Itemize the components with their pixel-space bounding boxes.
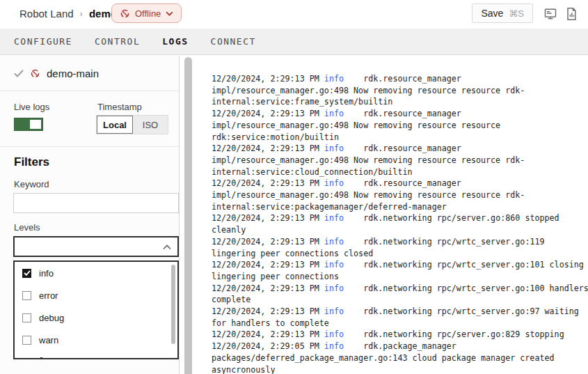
level-option-label: error [39, 290, 58, 301]
dropdown-scrollbar[interactable] [171, 265, 175, 344]
live-logs-label: Live logs [14, 102, 49, 112]
checkbox-debug[interactable] [22, 313, 31, 322]
log-timestamp: 12/20/2024, 2:29:13 PM [212, 329, 319, 339]
checkbox-info[interactable] [22, 269, 31, 278]
levels-select[interactable] [13, 236, 179, 257]
log-scrollbar[interactable] [184, 57, 192, 374]
log-level-link[interactable]: info [324, 237, 344, 247]
level-option-label: info [39, 268, 54, 279]
log-timestamp: 12/20/2024, 2:29:13 PM [212, 283, 319, 293]
offline-icon [120, 8, 130, 19]
tab-configure[interactable]: CONFIGURE [14, 36, 72, 47]
chevron-up-icon [163, 244, 171, 250]
log-timestamp: 12/20/2024, 2:29:13 PM [212, 213, 319, 223]
log-level-link[interactable]: info [324, 143, 344, 153]
timestamp-label: Timestamp [97, 102, 142, 112]
tab-logs[interactable]: LOGS [162, 36, 188, 47]
level-options-list: infoerrordebugwarn [15, 262, 177, 351]
file-chart-icon[interactable] [565, 7, 579, 21]
log-level-link[interactable]: info [324, 178, 344, 188]
log-timestamp: 12/20/2024, 2:29:13 PM [212, 74, 319, 84]
log-timestamp: 12/20/2024, 2:29:13 PM [212, 260, 319, 270]
save-button-label: Save [481, 8, 503, 19]
log-panel: 12/20/2024, 2:29:13 PM info rdk.resource… [212, 73, 588, 374]
status-label: Offline [135, 8, 161, 19]
level-option-debug[interactable]: debug [15, 306, 177, 329]
level-option-error[interactable]: error [15, 284, 177, 306]
sidebar: demo-main Live logs Timestamp LocalISO F… [0, 56, 180, 374]
timestamp-option-iso[interactable]: ISO [133, 116, 168, 134]
part-offline-icon [30, 68, 40, 79]
level-option-warn[interactable]: warn [15, 329, 177, 351]
log-entry: 12/20/2024, 2:29:13 PM info rdk.resource… [212, 143, 588, 178]
log-level-link[interactable]: info [324, 74, 344, 84]
log-entry: 12/20/2024, 2:29:13 PM info rdk.networki… [212, 329, 588, 341]
log-timestamp: 12/20/2024, 2:29:13 PM [212, 178, 319, 188]
log-timestamp: 12/20/2024, 2:29:13 PM [212, 109, 319, 118]
part-name: demo-main [47, 68, 99, 79]
log-entry: 12/20/2024, 2:29:13 PM info rdk.networki… [212, 259, 588, 282]
level-option-label: warn [39, 335, 58, 345]
level-option-info[interactable]: info [15, 262, 177, 284]
save-button[interactable]: Save ⌘S [472, 3, 533, 23]
partial-option [40, 357, 42, 359]
log-timestamp: 12/20/2024, 2:29:13 PM [212, 143, 319, 153]
sidebar-item-part[interactable]: demo-main [0, 56, 179, 91]
live-logs-toggle[interactable] [14, 118, 43, 131]
levels-dropdown-panel: infoerrordebugwarn [13, 260, 179, 359]
filters-title: Filters [14, 155, 49, 169]
log-entry: 12/20/2024, 2:29:13 PM info rdk.resource… [212, 178, 588, 212]
log-level-link[interactable]: info [324, 329, 344, 339]
log-level-link[interactable]: info [324, 213, 344, 223]
log-timestamp: 12/20/2024, 2:29:05 PM [212, 341, 319, 351]
log-entry: 12/20/2024, 2:29:05 PM info rdk.package_… [212, 341, 588, 374]
log-level-link[interactable]: info [324, 341, 344, 351]
checkbox-warn[interactable] [22, 336, 31, 345]
keyword-label: Keyword [14, 179, 49, 189]
log-timestamp: 12/20/2024, 2:29:13 PM [212, 306, 319, 316]
monitor-icon[interactable] [543, 7, 557, 21]
tab-control[interactable]: CONTROL [95, 36, 140, 47]
chevron-down-icon [166, 11, 173, 16]
log-stream: 12/20/2024, 2:29:13 PM info rdk.resource… [212, 73, 588, 374]
levels-label: Levels [14, 222, 40, 233]
log-entry: 12/20/2024, 2:29:13 PM info rdk.networki… [212, 212, 588, 235]
log-level-link[interactable]: info [324, 109, 344, 118]
toggle-knob [30, 120, 41, 129]
log-entry: 12/20/2024, 2:29:13 PM info rdk.networki… [212, 306, 588, 329]
checkbox-error[interactable] [22, 291, 31, 300]
log-entry: 12/20/2024, 2:29:13 PM info rdk.networki… [212, 283, 588, 306]
level-option-label: debug [39, 313, 64, 323]
log-entry: 12/20/2024, 2:29:13 PM info rdk.networki… [212, 236, 588, 259]
status-badge[interactable]: Offline [111, 3, 182, 23]
log-level-link[interactable]: info [324, 283, 344, 293]
log-timestamp: 12/20/2024, 2:29:13 PM [212, 237, 319, 247]
keyword-input[interactable] [13, 193, 179, 213]
breadcrumb: Robot Land › demo [19, 8, 117, 20]
save-shortcut: ⌘S [509, 8, 524, 19]
timestamp-option-local[interactable]: Local [97, 116, 133, 134]
log-level-link[interactable]: info [324, 306, 344, 316]
log-level-link[interactable]: info [324, 260, 344, 270]
log-controls: Live logs Timestamp LocalISO [0, 91, 179, 147]
breadcrumb-separator-icon: › [80, 8, 83, 19]
tab-connect[interactable]: CONNECT [211, 36, 256, 47]
breadcrumb-root[interactable]: Robot Land [19, 8, 74, 20]
top-header: Robot Land › demo Offline Save ⌘S [0, 0, 588, 29]
log-message: rdk.networking rpc/server.go:829 stoppin… [363, 329, 564, 339]
log-entry: 12/20/2024, 2:29:13 PM info rdk.resource… [212, 73, 588, 108]
log-entry: 12/20/2024, 2:29:13 PM info rdk.resource… [212, 108, 588, 143]
check-icon [14, 70, 24, 77]
tab-bar: CONFIGURECONTROLLOGSCONNECT [0, 29, 588, 55]
timestamp-segmented-control: LocalISO [96, 115, 168, 134]
